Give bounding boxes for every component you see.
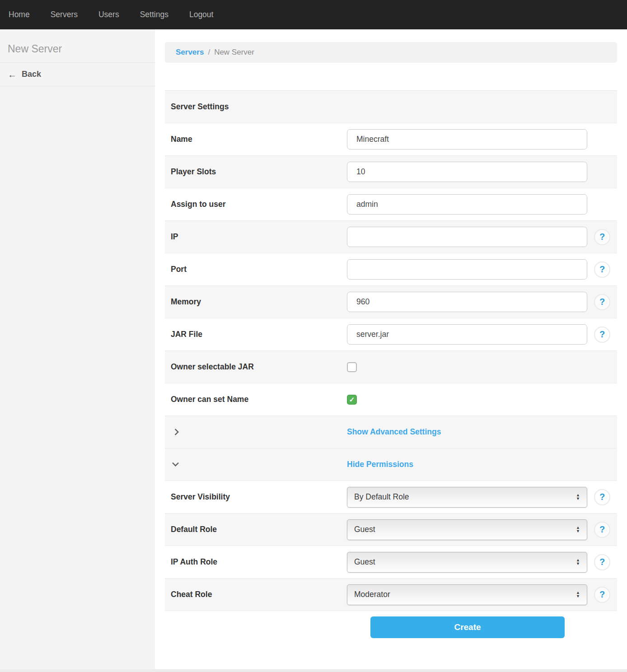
nav-item-settings[interactable]: Settings <box>140 10 168 19</box>
chevron-down-icon <box>172 460 179 467</box>
default-role-help-icon[interactable]: ? <box>594 522 610 538</box>
ip-label: IP <box>171 232 347 242</box>
select-arrows-icon: ▲▼ <box>576 494 580 500</box>
select-arrows-icon: ▲▼ <box>576 559 580 565</box>
cheat-role-label: Cheat Role <box>171 590 347 599</box>
default-role-select[interactable]: Guest ▲▼ <box>347 519 587 540</box>
breadcrumb: Servers / New Server <box>165 42 617 63</box>
ip-auth-role-select[interactable]: Guest ▲▼ <box>347 552 587 573</box>
form-row-assign-to-user: Assign to user <box>165 188 617 221</box>
form-row-owner-can-set-name: Owner can set Name ✓ <box>165 383 617 416</box>
server-visibility-select-value: By Default Role <box>354 492 576 502</box>
form-row-memory: Memory ? <box>165 286 617 318</box>
form-row-player-slots: Player Slots <box>165 156 617 188</box>
server-visibility-label: Server Visibility <box>171 492 347 502</box>
nav-item-servers[interactable]: Servers <box>51 10 78 19</box>
player-slots-input[interactable] <box>347 162 587 182</box>
chevron-right-icon <box>172 429 179 436</box>
breadcrumb-servers-link[interactable]: Servers <box>176 48 204 57</box>
breadcrumb-current: New Server <box>214 48 254 57</box>
port-input[interactable] <box>347 259 587 280</box>
section-title: Server Settings <box>171 102 229 112</box>
name-input[interactable] <box>347 129 587 149</box>
jar-file-help-icon[interactable]: ? <box>594 327 610 343</box>
form-row-show-advanced: Show Advanced Settings <box>165 416 617 448</box>
owner-selectable-jar-checkbox[interactable]: ✓ <box>347 362 357 372</box>
breadcrumb-separator: / <box>208 48 210 57</box>
server-visibility-select[interactable]: By Default Role ▲▼ <box>347 487 587 508</box>
form-row-owner-selectable-jar: Owner selectable JAR ✓ <box>165 351 617 383</box>
assign-to-user-label: Assign to user <box>171 200 347 209</box>
port-label: Port <box>171 265 347 274</box>
create-row: Create <box>165 611 617 638</box>
cheat-role-select-value: Moderator <box>354 590 576 599</box>
sidebar-title: New Server <box>0 29 155 62</box>
form-row-name: Name <box>165 123 617 156</box>
port-help-icon[interactable]: ? <box>594 261 610 278</box>
form-row-server-visibility: Server Visibility By Default Role ▲▼ ? <box>165 481 617 513</box>
form-row-jar-file: JAR File ? <box>165 318 617 351</box>
owner-selectable-jar-label: Owner selectable JAR <box>171 362 347 372</box>
jar-file-input[interactable] <box>347 324 587 345</box>
form-row-default-role: Default Role Guest ▲▼ ? <box>165 513 617 546</box>
page-bottom-strip <box>0 669 627 672</box>
memory-help-icon[interactable]: ? <box>594 294 610 310</box>
check-icon: ✓ <box>349 396 355 403</box>
player-slots-label: Player Slots <box>171 167 347 177</box>
form-row-port: Port ? <box>165 253 617 286</box>
ip-auth-role-select-value: Guest <box>354 557 576 567</box>
divider <box>0 86 155 86</box>
nav-item-home[interactable]: Home <box>9 10 30 19</box>
back-button[interactable]: ← Back <box>0 63 155 86</box>
select-arrows-icon: ▲▼ <box>576 591 580 598</box>
form-row-cheat-role: Cheat Role Moderator ▲▼ ? <box>165 579 617 611</box>
show-advanced-settings-link[interactable]: Show Advanced Settings <box>347 427 441 437</box>
nav-item-logout[interactable]: Logout <box>189 10 214 19</box>
top-nav: Home Servers Users Settings Logout <box>0 0 627 29</box>
default-role-select-value: Guest <box>354 525 576 534</box>
cheat-role-help-icon[interactable]: ? <box>594 587 610 603</box>
server-settings-form: Server Settings Name Player Slots Assign… <box>165 90 617 638</box>
name-label: Name <box>171 135 347 144</box>
select-arrows-icon: ▲▼ <box>576 526 580 533</box>
ip-auth-role-label: IP Auth Role <box>171 557 347 567</box>
form-row-hide-permissions: Hide Permissions <box>165 448 617 481</box>
memory-label: Memory <box>171 297 347 307</box>
default-role-label: Default Role <box>171 525 347 534</box>
create-button[interactable]: Create <box>370 616 565 638</box>
hide-permissions-link[interactable]: Hide Permissions <box>347 460 413 469</box>
ip-help-icon[interactable]: ? <box>594 229 610 245</box>
ip-input[interactable] <box>347 227 587 247</box>
owner-can-set-name-checkbox[interactable]: ✓ <box>347 395 357 405</box>
assign-to-user-input[interactable] <box>347 194 587 215</box>
cheat-role-select[interactable]: Moderator ▲▼ <box>347 584 587 605</box>
main-content: Servers / New Server Server Settings Nam… <box>155 29 627 672</box>
sidebar: New Server ← Back <box>0 29 155 672</box>
owner-can-set-name-label: Owner can set Name <box>171 395 347 404</box>
section-header-row: Server Settings <box>165 91 617 123</box>
memory-input[interactable] <box>347 292 587 312</box>
back-label: Back <box>22 70 41 79</box>
back-arrow-icon: ← <box>8 70 17 79</box>
form-row-ip-auth-role: IP Auth Role Guest ▲▼ ? <box>165 546 617 579</box>
server-visibility-help-icon[interactable]: ? <box>594 489 610 505</box>
jar-file-label: JAR File <box>171 330 347 339</box>
ip-auth-role-help-icon[interactable]: ? <box>594 554 610 570</box>
nav-item-users[interactable]: Users <box>98 10 119 19</box>
form-row-ip: IP ? <box>165 221 617 253</box>
